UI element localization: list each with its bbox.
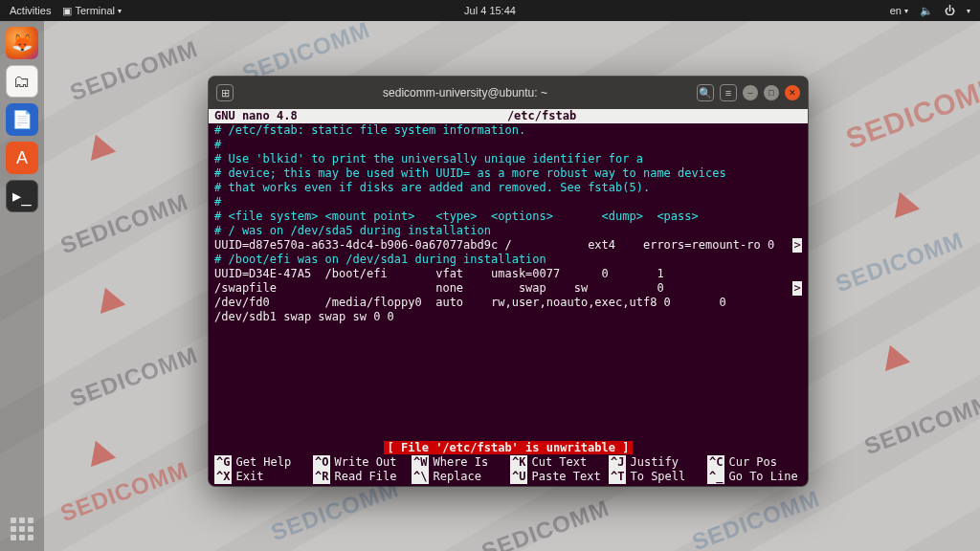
nano-shortcut: ^TTo Spell bbox=[609, 470, 703, 484]
activities-button[interactable]: Activities bbox=[10, 5, 51, 16]
app-menu-label: Terminal bbox=[75, 5, 115, 16]
nano-shortcut: ^\Replace bbox=[412, 470, 506, 484]
nano-line: # <file system> <mount point> <type> <op… bbox=[214, 209, 802, 224]
dock-app-files[interactable]: 🗂 bbox=[6, 65, 38, 98]
keycap: ^R bbox=[313, 470, 330, 484]
nano-content: # /etc/fstab: static file system informa… bbox=[209, 123, 808, 324]
terminal-window: ⊞ sedicomm-university@ubuntu: ~ 🔍 ≡ – □ … bbox=[209, 77, 808, 486]
system-menu-caret[interactable]: ▾ bbox=[967, 7, 970, 15]
nano-line: /dev/fd0 /media/floppy0 auto rw,user,noa… bbox=[214, 296, 802, 310]
nano-status-message: [ File '/etc/fstab' is unwritable ] bbox=[384, 441, 634, 454]
gnome-topbar: Activities ▣ Terminal ▾ Jul 4 15:44 en▾ … bbox=[0, 0, 980, 21]
chevron-down-icon: ▾ bbox=[118, 7, 122, 15]
keycap: ^W bbox=[412, 455, 429, 470]
shortcut-label: Get Help bbox=[235, 455, 291, 470]
nano-header: GNU nano 4.8 /etc/fstab bbox=[209, 109, 808, 123]
shortcut-label: Read File bbox=[334, 470, 396, 484]
window-title: sedicomm-university@ubuntu: ~ bbox=[241, 86, 689, 99]
hamburger-menu-icon[interactable]: ≡ bbox=[720, 84, 737, 101]
nano-line: # / was on /dev/sda5 during installation bbox=[214, 224, 802, 238]
nano-line: UUID=D34E-47A5 /boot/efi vfat umask=0077… bbox=[214, 267, 802, 281]
keycap: ^O bbox=[313, 455, 330, 470]
shortcut-label: Cut Text bbox=[531, 455, 587, 470]
nano-line: UUID=d87e570a-a633-4dc4-b906-0a67077abd9… bbox=[214, 238, 802, 253]
terminal-icon: ▣ bbox=[62, 5, 72, 17]
keycap: ^\ bbox=[412, 470, 429, 484]
shortcut-label: Replace bbox=[433, 470, 481, 484]
nano-app-name: GNU nano 4.8 bbox=[214, 109, 339, 123]
keycap: ^U bbox=[510, 470, 527, 484]
nano-line: # Use 'blkid' to print the universally u… bbox=[214, 152, 802, 166]
show-applications-button[interactable] bbox=[10, 517, 34, 541]
nano-line: /dev/sdb1 swap swap sw 0 0 bbox=[214, 310, 802, 324]
shortcut-label: Write Out bbox=[334, 455, 396, 470]
nano-line: # device; this may be used with UUID= as… bbox=[214, 166, 802, 181]
dock: 🦊 🗂 📄 A ▸_ bbox=[0, 21, 44, 551]
line-wrap-indicator: > bbox=[792, 238, 802, 253]
nano-shortcut: ^OWrite Out bbox=[313, 455, 408, 470]
volume-icon[interactable]: 🔈 bbox=[920, 5, 933, 17]
keycap: ^X bbox=[214, 470, 232, 484]
line-wrap-indicator: > bbox=[792, 281, 802, 296]
window-titlebar[interactable]: ⊞ sedicomm-university@ubuntu: ~ 🔍 ≡ – □ … bbox=[209, 77, 808, 109]
shortcut-label: Justify bbox=[630, 455, 679, 470]
keycap: ^C bbox=[707, 455, 724, 470]
keycap: ^G bbox=[214, 455, 232, 470]
nano-shortcut: ^JJustify bbox=[609, 455, 703, 470]
nano-shortcut: ^_Go To Line bbox=[707, 470, 802, 484]
nano-shortcut: ^WWhere Is bbox=[412, 455, 506, 470]
dock-app-firefox[interactable]: 🦊 bbox=[6, 27, 38, 59]
shortcut-label: Exit bbox=[235, 470, 263, 484]
dock-app-document[interactable]: 📄 bbox=[6, 103, 38, 136]
nano-file-path: /etc/fstab bbox=[339, 109, 745, 123]
shortcut-label: Where Is bbox=[433, 455, 488, 470]
nano-line: # bbox=[214, 195, 802, 209]
app-menu[interactable]: ▣ Terminal ▾ bbox=[62, 5, 122, 17]
keycap: ^J bbox=[609, 455, 626, 470]
nano-line: # that works even if disks are added and… bbox=[214, 181, 802, 195]
search-icon[interactable]: 🔍 bbox=[697, 84, 714, 101]
nano-shortcut: ^UPaste Text bbox=[510, 470, 605, 484]
window-minimize-button[interactable]: – bbox=[743, 85, 758, 100]
shortcut-label: Go To Line bbox=[728, 470, 797, 484]
window-close-button[interactable]: ✕ bbox=[785, 85, 800, 100]
nano-shortcut: ^CCur Pos bbox=[707, 455, 802, 470]
new-tab-button[interactable]: ⊞ bbox=[216, 84, 234, 101]
nano-line: # bbox=[214, 138, 802, 152]
nano-footer: [ File '/etc/fstab' is unwritable ] ^GGe… bbox=[209, 441, 808, 486]
nano-shortcut: ^XExit bbox=[214, 470, 309, 484]
nano-shortcuts: ^GGet Help^OWrite Out^WWhere Is^KCut Tex… bbox=[214, 455, 802, 484]
dock-app-software[interactable]: A bbox=[6, 142, 38, 174]
power-icon[interactable]: ⏻ bbox=[945, 5, 955, 16]
nano-shortcut: ^RRead File bbox=[313, 470, 408, 484]
nano-line: /swapfile none swap sw 0> bbox=[214, 281, 802, 296]
shortcut-label: To Spell bbox=[630, 470, 685, 484]
shortcut-label: Cur Pos bbox=[728, 455, 777, 470]
terminal-body[interactable]: GNU nano 4.8 /etc/fstab # /etc/fstab: st… bbox=[209, 109, 808, 486]
nano-line: # /boot/efi was on /dev/sda1 during inst… bbox=[214, 253, 802, 267]
shortcut-label: Paste Text bbox=[531, 470, 600, 484]
input-language[interactable]: en▾ bbox=[890, 5, 908, 16]
keycap: ^T bbox=[609, 470, 626, 484]
nano-line: # /etc/fstab: static file system informa… bbox=[214, 123, 802, 138]
keycap: ^K bbox=[510, 455, 527, 470]
nano-shortcut: ^GGet Help bbox=[214, 455, 309, 470]
dock-app-terminal[interactable]: ▸_ bbox=[6, 180, 38, 212]
window-maximize-button[interactable]: □ bbox=[764, 85, 779, 100]
nano-shortcut: ^KCut Text bbox=[510, 455, 605, 470]
keycap: ^_ bbox=[707, 470, 724, 484]
clock[interactable]: Jul 4 15:44 bbox=[464, 5, 516, 16]
